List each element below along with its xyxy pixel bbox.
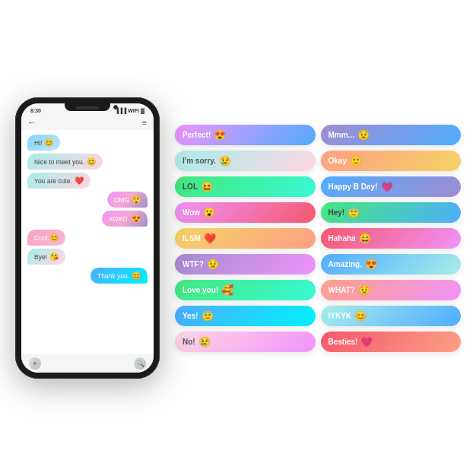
bubble-emoji: 😢 bbox=[198, 336, 211, 347]
bubble-emoji: 🙂 bbox=[350, 155, 362, 167]
bubble-label: ILSM bbox=[182, 234, 201, 243]
bubble-emoji: 😍 bbox=[214, 129, 226, 141]
bubble-emoji: 😊 bbox=[132, 271, 141, 280]
battery-icon: ▓ bbox=[141, 108, 144, 113]
phone-speaker bbox=[76, 106, 99, 109]
phone-wrapper: 8:30 ▐▐▐ WiFi ▓ ← ≡ bbox=[15, 97, 160, 379]
chat-bubble-7: Thank you. 😊 bbox=[90, 268, 148, 284]
add-button[interactable]: + bbox=[29, 357, 41, 370]
bubble-label: I'm sorry. bbox=[182, 157, 216, 165]
phone-footer: + 🔍 bbox=[21, 354, 154, 373]
bubble-label: Okay bbox=[328, 157, 347, 165]
chat-area: Hi! 😊 Nice to meet you. 😊 You are cute. … bbox=[21, 130, 154, 354]
panel-bubble-iykyk[interactable]: IYKYK 😊 bbox=[321, 306, 462, 326]
panel-bubble-yes[interactable]: Yes! 😇 bbox=[175, 306, 316, 326]
chat-bubble-0: Hi! 😊 bbox=[27, 135, 60, 151]
chat-bubble-4: XOXO. 😍 bbox=[102, 211, 148, 227]
bubble-emoji: 😘 bbox=[49, 252, 59, 261]
chat-bubble-2: You are cute. ❤️ bbox=[27, 173, 90, 189]
bubble-emoji: 😊 bbox=[49, 233, 59, 242]
bubble-emoji: 💗 bbox=[360, 336, 373, 347]
bubble-text: You are cute. bbox=[34, 177, 72, 185]
main-container: 8:30 ▐▐▐ WiFi ▓ ← ≡ bbox=[0, 0, 476, 476]
bubble-emoji: 😄 bbox=[359, 233, 371, 244]
bubble-emoji: 😲 bbox=[132, 195, 141, 204]
bubble-text: Hi! bbox=[34, 139, 42, 147]
bubble-text: Cool bbox=[34, 234, 47, 242]
panel-bubble-wow[interactable]: Wow 😮 bbox=[175, 202, 316, 223]
chat-bubble-3: OMG 😲 bbox=[107, 192, 148, 208]
back-button[interactable]: ← bbox=[27, 117, 36, 128]
panel-bubble-what[interactable]: WHAT? 😟 bbox=[321, 280, 462, 300]
status-time: 8:30 bbox=[30, 108, 41, 113]
bubble-label: Hey! bbox=[328, 208, 345, 217]
panel-bubble-okay[interactable]: Okay 🙂 bbox=[321, 151, 462, 171]
bubble-emoji: ❤️ bbox=[204, 233, 216, 244]
panel-bubble-mmm[interactable]: Mmm... 😟 bbox=[321, 125, 462, 145]
bubble-emoji: 😟 bbox=[358, 284, 370, 296]
status-icons: ▐▐▐ WiFi ▓ bbox=[115, 108, 144, 113]
bubble-label: Love you! bbox=[182, 286, 218, 294]
panel-bubble-besties[interactable]: Besties! 💗 bbox=[321, 332, 462, 352]
panel-bubble-hey[interactable]: Hey! 😇 bbox=[321, 202, 462, 223]
panel-bubble-hahaha[interactable]: Hahaha 😄 bbox=[321, 228, 462, 249]
bubble-emoji: 😊 bbox=[354, 310, 367, 322]
chat-bubble-1: Nice to meet you. 😊 bbox=[27, 154, 103, 170]
bubble-emoji: 😊 bbox=[44, 138, 53, 147]
bubble-label: WTF? bbox=[182, 260, 204, 268]
bubble-emoji: 😮 bbox=[203, 207, 215, 218]
bubble-text: Thank you. bbox=[97, 272, 129, 280]
bubble-emoji: 😟 bbox=[207, 259, 219, 270]
bubble-emoji: 😍 bbox=[365, 259, 377, 270]
panel-bubble-perfect[interactable]: Perfect! 😍 bbox=[175, 125, 316, 145]
bubble-emoji: 😊 bbox=[87, 157, 96, 166]
bubble-text: OMG bbox=[114, 196, 129, 204]
bubble-emoji: 😇 bbox=[347, 207, 360, 218]
panel-bubble-amazing[interactable]: Amazing. 😍 bbox=[321, 254, 462, 274]
bubble-label: Wow bbox=[182, 208, 200, 217]
phone-header: ← ≡ bbox=[21, 115, 154, 130]
bubble-label: WHAT? bbox=[328, 286, 355, 294]
bubble-label: Happy B Day! bbox=[328, 182, 378, 191]
menu-button[interactable]: ≡ bbox=[142, 119, 148, 127]
bubbles-panel: Perfect! 😍 Mmm... 😟 I'm sorry. 😢 Okay 🙂 … bbox=[175, 125, 461, 352]
bubble-emoji: 😆 bbox=[201, 181, 213, 192]
phone-screen: 8:30 ▐▐▐ WiFi ▓ ← ≡ bbox=[21, 103, 154, 373]
phone-camera bbox=[113, 105, 118, 109]
bubble-emoji: 😇 bbox=[202, 310, 214, 322]
bubble-label: Mmm... bbox=[328, 131, 354, 139]
panel-bubble-ilsm[interactable]: ILSM ❤️ bbox=[175, 228, 316, 249]
phone: 8:30 ▐▐▐ WiFi ▓ ← ≡ bbox=[15, 97, 160, 379]
bubble-text: Nice to meet you. bbox=[34, 158, 84, 166]
bubble-text: Bye! bbox=[34, 253, 47, 261]
panel-bubble-loveyou[interactable]: Love you! 🥰 bbox=[175, 280, 316, 300]
bubble-label: Perfect! bbox=[182, 131, 211, 139]
bubble-label: Besties! bbox=[328, 338, 358, 346]
bubble-emoji: 🥰 bbox=[221, 284, 233, 296]
chat-bubble-5: Cool 😊 bbox=[27, 230, 65, 246]
chat-bubble-6: Bye! 😘 bbox=[27, 249, 65, 265]
wifi-icon: WiFi bbox=[128, 108, 139, 113]
bubble-label: IYKYK bbox=[328, 312, 352, 320]
search-button[interactable]: 🔍 bbox=[134, 357, 146, 370]
bubble-emoji: 😍 bbox=[132, 214, 141, 223]
bubble-emoji: 💗 bbox=[381, 181, 393, 192]
bubble-label: LOL bbox=[182, 182, 198, 191]
panel-bubble-bday[interactable]: Happy B Day! 💗 bbox=[321, 176, 462, 197]
bubble-label: No! bbox=[182, 338, 195, 346]
panel-bubble-no[interactable]: No! 😢 bbox=[175, 332, 316, 352]
panel-bubble-sorry[interactable]: I'm sorry. 😢 bbox=[175, 151, 316, 171]
bubble-emoji: 😟 bbox=[357, 129, 370, 141]
bubble-text: XOXO. bbox=[109, 215, 129, 223]
panel-bubble-lol[interactable]: LOL 😆 bbox=[175, 176, 316, 197]
panel-bubble-wtf[interactable]: WTF? 😟 bbox=[175, 254, 316, 274]
bubble-emoji: 😢 bbox=[219, 155, 231, 167]
bubble-emoji: ❤️ bbox=[75, 176, 84, 185]
bubble-label: Hahaha bbox=[328, 234, 356, 243]
bubble-label: Amazing. bbox=[328, 260, 362, 268]
bubble-label: Yes! bbox=[182, 312, 198, 320]
